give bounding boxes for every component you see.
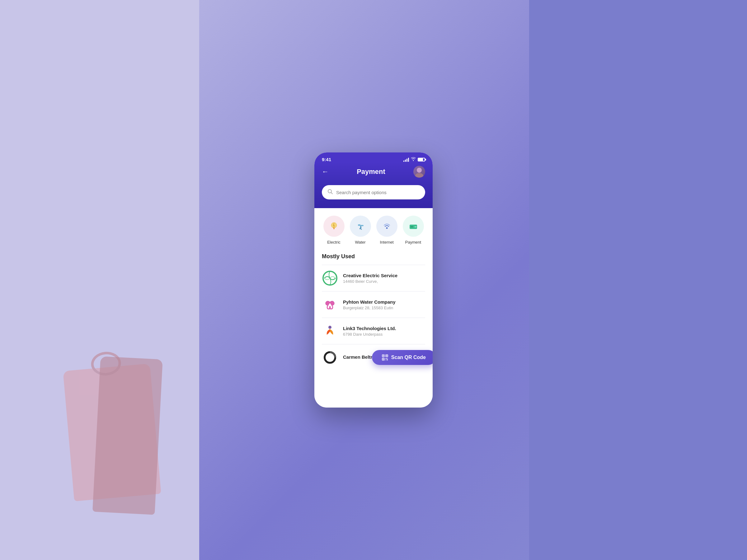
svg-rect-7 — [360, 225, 364, 226]
company-info-link3: Link3 Technologies Ltd. 6798 Dare Underp… — [343, 326, 425, 337]
svg-point-15 — [415, 226, 417, 228]
qr-icon — [382, 354, 388, 361]
category-internet[interactable]: Internet — [376, 216, 397, 244]
avatar[interactable] — [413, 166, 425, 178]
svg-rect-30 — [387, 358, 388, 359]
logo-pyhton-water — [322, 296, 338, 313]
signal-icon — [403, 157, 409, 162]
categories-section: Electric Water — [314, 208, 433, 244]
status-bar: 9:41 — [314, 153, 433, 162]
svg-point-20 — [328, 326, 332, 329]
company-name-creative-electric: Creative Electric Service — [343, 273, 425, 278]
svg-rect-24 — [383, 355, 384, 356]
category-water[interactable]: Water — [350, 216, 371, 244]
payment-label: Payment — [405, 240, 421, 244]
avatar-image — [413, 166, 425, 178]
logo-creative-electric — [322, 270, 338, 286]
list-item-carmen[interactable]: Carmen Beltran — [314, 344, 433, 371]
svg-point-0 — [417, 168, 422, 173]
scan-qr-label: Scan QR Code — [391, 355, 426, 360]
scan-qr-button[interactable]: Scan QR Code — [372, 350, 433, 365]
company-addr-creative-electric: 14460 Beier Curve, — [343, 279, 425, 284]
back-button[interactable]: ← — [322, 168, 329, 176]
svg-point-18 — [322, 296, 338, 313]
company-addr-pyhton-water: Burgerplatz 28, 15583 Eutin — [343, 305, 425, 310]
company-name-link3: Link3 Technologies Ltd. — [343, 326, 425, 331]
svg-rect-31 — [386, 359, 386, 360]
internet-icon-wrap — [376, 216, 397, 237]
logo-link3 — [322, 323, 338, 339]
section-title-mostly-used: Mostly Used — [314, 253, 433, 260]
battery-icon — [418, 158, 425, 161]
search-bar[interactable] — [322, 185, 425, 199]
search-input[interactable] — [336, 190, 419, 195]
svg-line-3 — [331, 193, 333, 194]
logo-carmen — [322, 349, 338, 366]
internet-label: Internet — [380, 240, 393, 244]
category-electric[interactable]: Electric — [324, 216, 344, 244]
category-payment[interactable]: Payment — [403, 216, 424, 244]
svg-point-9 — [360, 228, 361, 229]
list-item-creative-electric[interactable]: Creative Electric Service 14460 Beier Cu… — [314, 265, 433, 291]
bg-right — [529, 0, 747, 560]
water-icon-wrap — [350, 216, 371, 237]
list-item-pyhton-water[interactable]: Pyhton Water Company Burgerplatz 28, 155… — [314, 292, 433, 318]
app-header: ← Payment — [314, 162, 433, 185]
categories-row: Electric Water — [314, 216, 433, 244]
electric-label: Electric — [327, 240, 340, 244]
electric-icon-wrap — [324, 216, 344, 237]
svg-rect-32 — [387, 359, 388, 360]
status-icons — [403, 157, 425, 162]
list-item-link3[interactable]: Link3 Technologies Ltd. 6798 Dare Underp… — [314, 318, 433, 344]
svg-rect-29 — [386, 358, 387, 359]
svg-rect-28 — [383, 359, 384, 359]
svg-point-11 — [386, 228, 387, 229]
page-title: Payment — [357, 168, 385, 176]
bg-bag-dark-decoration — [93, 356, 163, 515]
content-area: Electric Water — [314, 208, 433, 407]
wifi-icon — [411, 157, 416, 162]
svg-rect-26 — [386, 355, 387, 356]
phone-frame: 9:41 — [314, 153, 433, 407]
company-info-pyhton-water: Pyhton Water Company Burgerplatz 28, 155… — [343, 299, 425, 310]
water-label: Water — [355, 240, 365, 244]
mostly-used-section: Mostly Used — [314, 253, 433, 371]
search-icon — [328, 189, 333, 196]
search-container — [314, 185, 433, 208]
svg-rect-13 — [411, 226, 413, 228]
company-addr-link3: 6798 Dare Underpass — [343, 332, 425, 337]
company-info-creative-electric: Creative Electric Service 14460 Beier Cu… — [343, 273, 425, 284]
payment-icon-wrap — [403, 216, 424, 237]
svg-point-10 — [361, 229, 362, 230]
status-time: 9:41 — [322, 157, 331, 162]
svg-point-1 — [415, 173, 423, 178]
company-name-pyhton-water: Pyhton Water Company — [343, 299, 425, 304]
